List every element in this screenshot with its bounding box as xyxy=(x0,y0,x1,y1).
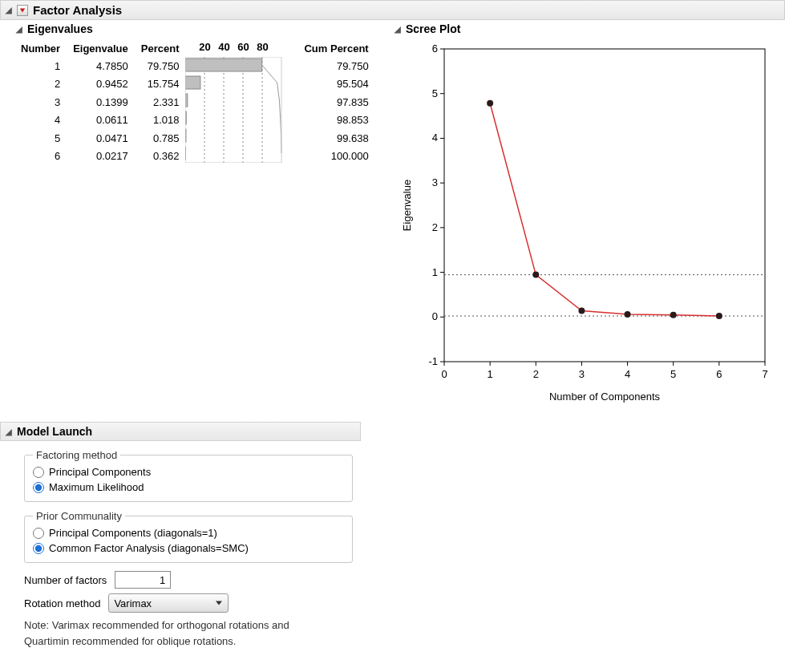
svg-text:6: 6 xyxy=(716,368,722,380)
cell-number: 4 xyxy=(14,111,67,130)
cell-cum: 98.853 xyxy=(297,111,374,130)
col-bar-ticks: 20406080 xyxy=(185,39,297,57)
disclosure-icon[interactable]: ◢ xyxy=(6,427,12,436)
cell-eigenvalue: 4.7850 xyxy=(67,57,135,75)
table-row: 14.785079.75079.750 xyxy=(14,57,375,75)
svg-point-51 xyxy=(670,312,677,318)
cell-percent: 2.331 xyxy=(135,93,186,111)
svg-text:Number of Components: Number of Components xyxy=(549,391,661,403)
eigenvalues-header: ◢ Eigenvalues xyxy=(14,20,393,38)
svg-text:2: 2 xyxy=(533,368,539,380)
disclosure-icon[interactable]: ◢ xyxy=(395,25,401,34)
scree-title: Scree Plot xyxy=(406,22,460,35)
cell-eigenvalue: 0.1399 xyxy=(67,93,135,111)
cell-percent: 1.018 xyxy=(135,111,186,130)
model-launch-title: Model Launch xyxy=(17,425,92,438)
svg-rect-5 xyxy=(185,59,262,71)
cell-percent: 0.362 xyxy=(135,148,186,166)
svg-point-48 xyxy=(532,272,539,278)
prior-communality-group: Prior Communality Principal Components (… xyxy=(24,510,353,563)
scree-plot: -1012345601234567Number of ComponentsEig… xyxy=(396,41,785,412)
radio-label: Maximum Likelihood xyxy=(49,481,144,493)
svg-text:Eigenvalue: Eigenvalue xyxy=(401,180,413,231)
prior-legend: Prior Communality xyxy=(33,510,125,522)
factor-analysis-header: ◢ Factor Analysis xyxy=(0,0,785,20)
svg-text:2: 2 xyxy=(432,221,438,233)
cell-eigenvalue: 0.0611 xyxy=(67,111,135,130)
cell-number: 5 xyxy=(14,129,67,148)
col-eigenvalue: Eigenvalue xyxy=(67,39,135,57)
cell-percent: 15.754 xyxy=(135,75,186,94)
svg-text:3: 3 xyxy=(432,176,438,188)
radio-prior-pc[interactable] xyxy=(33,528,44,539)
svg-text:-1: -1 xyxy=(428,355,438,367)
factoring-legend: Factoring method xyxy=(33,449,120,461)
svg-text:5: 5 xyxy=(670,368,676,380)
col-number: Number xyxy=(14,39,67,57)
rotation-select[interactable]: Varimax xyxy=(108,593,229,613)
svg-text:5: 5 xyxy=(432,87,438,99)
cell-percent: 0.785 xyxy=(135,129,186,148)
eigenvalues-title: Eigenvalues xyxy=(27,22,93,35)
cell-number: 2 xyxy=(14,75,67,94)
svg-text:3: 3 xyxy=(579,368,585,380)
cell-cum: 79.750 xyxy=(297,57,374,75)
svg-text:7: 7 xyxy=(762,368,767,380)
svg-rect-11 xyxy=(185,57,281,163)
cell-bar xyxy=(185,57,297,165)
svg-point-50 xyxy=(625,311,631,318)
radio-maximum-likelihood[interactable] xyxy=(33,482,44,493)
svg-point-49 xyxy=(578,307,585,314)
svg-text:1: 1 xyxy=(488,368,493,380)
svg-text:6: 6 xyxy=(432,43,438,55)
radio-label: Principal Components xyxy=(49,466,151,478)
svg-point-52 xyxy=(716,313,722,319)
model-launch-header: ◢ Model Launch xyxy=(0,422,361,441)
cell-cum: 99.638 xyxy=(297,129,374,148)
radio-principal-components[interactable] xyxy=(33,467,44,478)
factoring-method-group: Factoring method Principal Components Ma… xyxy=(24,449,353,502)
cell-cum: 97.835 xyxy=(297,93,374,111)
radio-label: Common Factor Analysis (diagonals=SMC) xyxy=(49,542,249,554)
menu-button[interactable] xyxy=(17,5,28,16)
cell-eigenvalue: 0.0471 xyxy=(67,129,135,148)
cell-percent: 79.750 xyxy=(135,57,186,75)
nfactors-label: Number of factors xyxy=(24,574,107,586)
col-percent: Percent xyxy=(135,39,186,57)
cell-number: 6 xyxy=(14,148,67,166)
eigenvalues-table: Number Eigenvalue Percent 20406080 Cum P… xyxy=(14,39,375,165)
svg-text:0: 0 xyxy=(432,310,438,322)
cell-number: 1 xyxy=(14,57,67,75)
svg-text:1: 1 xyxy=(432,266,438,278)
svg-text:0: 0 xyxy=(441,368,447,380)
svg-text:4: 4 xyxy=(625,368,630,380)
svg-point-47 xyxy=(487,100,493,107)
svg-rect-6 xyxy=(185,76,200,89)
radio-prior-cfa[interactable] xyxy=(33,543,44,554)
svg-text:4: 4 xyxy=(432,132,438,144)
nfactors-input[interactable] xyxy=(115,571,171,589)
radio-label: Principal Components (diagonals=1) xyxy=(49,527,217,539)
svg-marker-0 xyxy=(20,8,25,12)
cell-eigenvalue: 0.0217 xyxy=(67,148,135,166)
disclosure-icon[interactable]: ◢ xyxy=(6,6,12,14)
scree-header: ◢ Scree Plot xyxy=(393,20,785,38)
cell-cum: 95.504 xyxy=(297,75,374,94)
cell-eigenvalue: 0.9452 xyxy=(67,75,135,94)
cell-cum: 100.000 xyxy=(297,148,374,166)
rotation-label: Rotation method xyxy=(24,597,100,609)
cell-number: 3 xyxy=(14,93,67,111)
factor-analysis-title: Factor Analysis xyxy=(33,3,122,17)
disclosure-icon[interactable]: ◢ xyxy=(16,25,22,34)
col-cum-percent: Cum Percent xyxy=(297,39,374,57)
rotation-note: Note: Varimax recommended for orthogonal… xyxy=(24,617,353,649)
